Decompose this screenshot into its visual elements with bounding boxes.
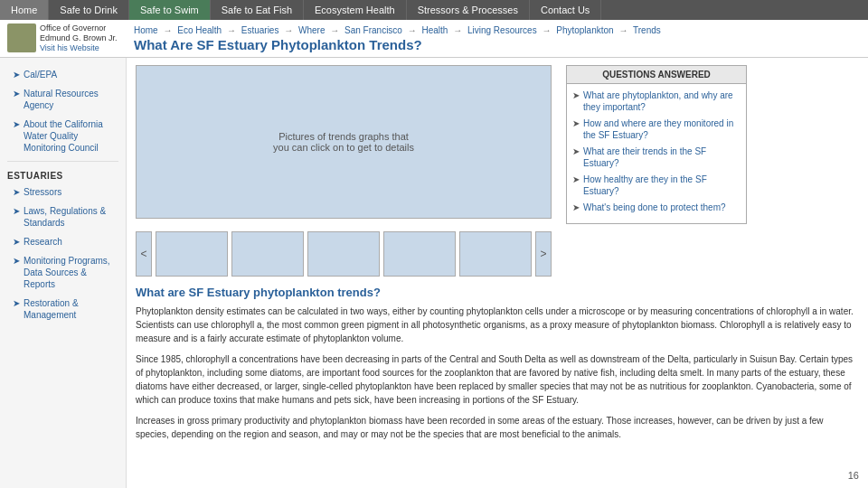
questions-answered-box: QUESTIONS ANSWERED ➤ What are phytoplank… — [566, 65, 747, 224]
content-inner: Pictures of trends graphs that you can c… — [136, 65, 859, 448]
left-column: Pictures of trends graphs that you can c… — [136, 65, 859, 448]
body-para-2: Since 1985, chlorophyll a concentrations… — [136, 352, 859, 407]
nav-safe-swim[interactable]: Safe to Swim — [129, 0, 211, 20]
sidebar-divider — [7, 161, 118, 162]
logo-text: Office of Governor Edmund G. Brown Jr. V… — [40, 23, 118, 52]
breadcrumb-phyto[interactable]: Phytoplankton — [556, 25, 613, 35]
sidebar-item-monitoring[interactable]: ➤ Monitoring Programs, Data Sources & Re… — [0, 251, 126, 294]
q-item-5[interactable]: ➤ What's being done to protect them? — [572, 202, 741, 213]
main-content: Pictures of trends graphs that you can c… — [127, 58, 868, 488]
section-heading: What are SF Estuary phytoplankton trends… — [136, 286, 859, 299]
thumb-nav-left[interactable]: < — [136, 231, 152, 277]
logo-line1: Office of Governor — [40, 23, 118, 33]
q-item-1[interactable]: ➤ What are phytoplankton, and why are th… — [572, 89, 741, 113]
breadcrumb-estuaries[interactable]: Estuaries — [241, 25, 279, 35]
nav-safe-fish[interactable]: Safe to Eat Fish — [211, 0, 304, 20]
thumb-nav-right[interactable]: > — [535, 231, 552, 277]
sidebar-item-laws[interactable]: ➤ Laws, Regulations & Standards — [0, 202, 126, 232]
text-content: What are SF Estuary phytoplankton trends… — [136, 286, 859, 441]
thumb-1[interactable] — [156, 231, 228, 277]
breadcrumb-living[interactable]: Living Resources — [467, 25, 537, 35]
main-image-box[interactable]: Pictures of trends graphs that you can c… — [136, 65, 552, 219]
sidebar-item-research[interactable]: ➤ Research — [0, 232, 126, 251]
page-header: Office of Governor Edmund G. Brown Jr. V… — [0, 20, 868, 58]
breadcrumb-home[interactable]: Home — [134, 25, 158, 35]
logo-line2: Edmund G. Brown Jr. — [40, 33, 118, 43]
q-item-4[interactable]: ➤ How healthy are they in the SF Estuary… — [572, 174, 741, 197]
thumb-4[interactable] — [383, 231, 456, 277]
questions-title: QUESTIONS ANSWERED — [567, 66, 746, 84]
nav-stressors[interactable]: Stressors & Processes — [407, 0, 530, 20]
breadcrumb-sf[interactable]: San Francisco — [344, 25, 402, 35]
sidebar-item-nra[interactable]: ➤ Natural Resources Agency — [0, 84, 126, 115]
thumb-2[interactable] — [231, 231, 304, 277]
main-layout: ➤ Cal/EPA ➤ Natural Resources Agency ➤ A… — [0, 58, 868, 488]
breadcrumb-eco[interactable]: Eco Health — [177, 25, 222, 35]
breadcrumb-health[interactable]: Health — [421, 25, 448, 35]
sidebar-item-stressors[interactable]: ➤ Stressors — [0, 183, 126, 202]
logo-link[interactable]: Visit his Website — [40, 43, 118, 53]
thumb-5[interactable] — [459, 231, 532, 277]
q-item-3[interactable]: ➤ What are their trends in the SF Estuar… — [572, 145, 741, 169]
nav-ecosystem[interactable]: Ecosystem Health — [304, 0, 407, 20]
sidebar-item-about[interactable]: ➤ About the California Water Quality Mon… — [0, 115, 126, 157]
sidebar: ➤ Cal/EPA ➤ Natural Resources Agency ➤ A… — [0, 58, 127, 488]
sidebar-item-restoration[interactable]: ➤ Restoration & Management — [0, 294, 126, 324]
thumbnail-strip: < > — [136, 231, 552, 277]
logo-area: Office of Governor Edmund G. Brown Jr. V… — [7, 23, 134, 52]
content-area: Pictures of trends graphs that you can c… — [127, 58, 868, 488]
breadcrumb: Home → Eco Health → Estuaries → Where → … — [134, 25, 861, 35]
image-placeholder-text: Pictures of trends graphs that you can c… — [273, 131, 414, 153]
breadcrumb-trends[interactable]: Trends — [633, 25, 661, 35]
thumb-3[interactable] — [307, 231, 380, 277]
page-title: What Are SF Estuary Phytoplankton Trends… — [134, 37, 861, 52]
sidebar-section-estuaries: ESTUARIES — [0, 165, 126, 183]
page-number: 16 — [848, 470, 859, 481]
nav-safe-drink[interactable]: Safe to Drink — [49, 0, 129, 20]
nav-contact[interactable]: Contact Us — [530, 0, 601, 20]
governor-logo — [7, 23, 36, 52]
nav-home[interactable]: Home — [0, 0, 49, 20]
q-item-2[interactable]: ➤ How and where are they monitored in th… — [572, 117, 741, 141]
breadcrumb-area: Home → Eco Health → Estuaries → Where → … — [134, 25, 861, 52]
breadcrumb-where[interactable]: Where — [298, 25, 325, 35]
top-navigation: Home Safe to Drink Safe to Swim Safe to … — [0, 0, 868, 20]
body-para-3: Increases in gross primary productivity … — [136, 414, 859, 441]
sidebar-item-calepa[interactable]: ➤ Cal/EPA — [0, 65, 126, 84]
body-para-1: Phytoplankton density estimates can be c… — [136, 305, 859, 345]
